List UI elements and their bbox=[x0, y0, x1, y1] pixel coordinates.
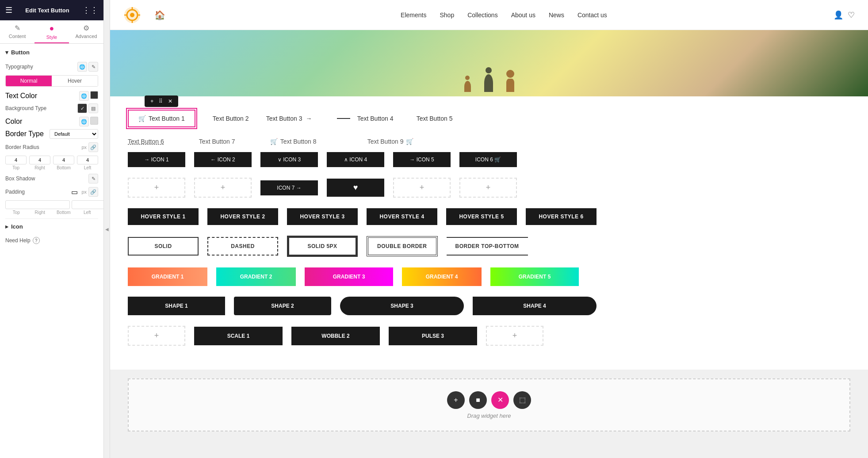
text-color-global-icon[interactable]: 🌐 bbox=[79, 91, 89, 101]
padding-right-input[interactable] bbox=[72, 200, 103, 209]
nav-elements[interactable]: Elements bbox=[401, 11, 426, 19]
svg-point-2 bbox=[130, 13, 134, 17]
icon-btn-4[interactable]: ∧ ICON 4 bbox=[327, 152, 384, 167]
bg-type-list-icon[interactable]: ▤ bbox=[88, 103, 98, 113]
tab-style[interactable]: ● Style bbox=[34, 20, 69, 43]
content-tab-icon: ✎ bbox=[15, 24, 20, 32]
shape-4-btn[interactable]: SHAPE 4 bbox=[473, 297, 597, 315]
user-icon[interactable]: 👤 bbox=[834, 10, 843, 20]
border-radius-top-label: Top bbox=[12, 165, 19, 170]
normal-hover-toggle: Normal Hover bbox=[5, 75, 98, 87]
drag-square-icon[interactable]: ■ bbox=[469, 391, 487, 409]
icon-btn-6[interactable]: ICON 6 🛒 bbox=[459, 152, 517, 167]
icon-btn-plus-2[interactable]: + bbox=[194, 178, 252, 198]
text-color-swatch[interactable] bbox=[90, 91, 98, 99]
drag-add-icon[interactable]: + bbox=[447, 391, 465, 409]
icon-btn-2[interactable]: ← ICON 2 bbox=[194, 152, 252, 167]
icon-btn-7[interactable]: ICON 7 → bbox=[260, 180, 318, 195]
typography-edit-icon[interactable]: ✎ bbox=[88, 62, 98, 72]
gradient-2-btn[interactable]: GRADIENT 2 bbox=[216, 267, 296, 286]
nav-contact[interactable]: Contact us bbox=[577, 11, 607, 19]
home-nav-icon[interactable]: 🏠 bbox=[154, 10, 165, 20]
hover-style-5[interactable]: HOVER STYLE 5 bbox=[446, 208, 517, 225]
need-help-row[interactable]: Need Help ? bbox=[5, 237, 98, 244]
color-swatch[interactable] bbox=[90, 117, 98, 125]
icon-section-header[interactable]: ▸ Icon bbox=[5, 223, 98, 230]
heart-icon[interactable]: ♡ bbox=[848, 10, 855, 20]
icon-btn-3[interactable]: ∨ ICON 3 bbox=[260, 152, 318, 167]
nav-news[interactable]: News bbox=[549, 11, 564, 19]
anim-plus-1[interactable]: + bbox=[128, 326, 185, 346]
text-button-5[interactable]: Text Button 5 bbox=[417, 115, 453, 122]
widget-move-btn[interactable]: ⠿ bbox=[157, 97, 165, 105]
text-button-9[interactable]: Text Button 9 🛒 bbox=[367, 138, 414, 145]
hover-style-6[interactable]: HOVER STYLE 6 bbox=[526, 208, 597, 225]
text-button-4[interactable]: Text Button 4 bbox=[337, 115, 408, 122]
hover-toggle-btn[interactable]: Hover bbox=[52, 76, 98, 86]
shape-1-btn[interactable]: SHAPE 1 bbox=[128, 297, 225, 315]
icon-btn-plus-1[interactable]: + bbox=[128, 178, 185, 198]
icon-btn-5[interactable]: → ICON 5 bbox=[393, 152, 451, 167]
anim-plus-2[interactable]: + bbox=[486, 326, 543, 346]
padding-right-label: Right bbox=[29, 210, 51, 215]
hover-style-2[interactable]: HOVER STYLE 2 bbox=[207, 208, 278, 225]
shape-3-btn[interactable]: SHAPE 3 bbox=[340, 297, 464, 315]
border-type-label: Border Type bbox=[5, 130, 44, 138]
hover-style-3[interactable]: HOVER STYLE 3 bbox=[287, 208, 358, 225]
icon-btn-plus-4[interactable]: + bbox=[459, 178, 517, 198]
text-button-1[interactable]: 🛒 Text Button 1 bbox=[128, 110, 195, 127]
gradient-5-btn[interactable]: GRADIENT 5 bbox=[490, 267, 579, 286]
icon-btn-heart[interactable]: ♥ bbox=[327, 179, 384, 197]
border-topbottom-btn[interactable]: BORDER TOP-BOTTOM bbox=[447, 237, 528, 256]
panel-collapse-handle[interactable]: ◀ bbox=[104, 0, 110, 458]
border-radius-left-input[interactable] bbox=[77, 156, 98, 164]
tab-content[interactable]: ✎ Content bbox=[0, 20, 34, 43]
drag-copy-icon[interactable]: ⬚ bbox=[513, 391, 531, 409]
typography-global-icon[interactable]: 🌐 bbox=[77, 62, 87, 72]
nav-about[interactable]: About us bbox=[511, 11, 535, 19]
drag-close-icon[interactable]: ✕ bbox=[491, 391, 509, 409]
icon-btn-1[interactable]: → ICON 1 bbox=[128, 152, 185, 167]
hover-style-1[interactable]: HOVER STYLE 1 bbox=[128, 208, 199, 225]
normal-toggle-btn[interactable]: Normal bbox=[6, 76, 52, 86]
hamburger-icon[interactable]: ☰ bbox=[5, 5, 12, 15]
nav-logo[interactable] bbox=[123, 6, 141, 24]
text-button-7[interactable]: Text Button 7 bbox=[173, 138, 261, 145]
border-radius-bottom-input[interactable] bbox=[53, 156, 74, 164]
text-button-8[interactable]: 🛒 Text Button 8 bbox=[270, 138, 359, 145]
wobble-2-btn[interactable]: WOBBLE 2 bbox=[291, 327, 380, 345]
text-button-3[interactable]: Text Button 3 → bbox=[266, 115, 328, 122]
text-button-6[interactable]: Text Button 6 bbox=[128, 138, 164, 145]
border-type-select[interactable]: Default Solid Dashed bbox=[50, 129, 98, 139]
box-shadow-row: Box Shadow ✎ bbox=[5, 174, 98, 183]
gradient-4-btn[interactable]: GRADIENT 4 bbox=[402, 267, 482, 286]
border-dashed-btn[interactable]: DASHED bbox=[207, 237, 278, 256]
shape-2-btn[interactable]: SHAPE 2 bbox=[234, 297, 331, 315]
icon-btn-plus-3[interactable]: + bbox=[393, 178, 451, 198]
gradient-3-btn[interactable]: GRADIENT 3 bbox=[305, 267, 393, 286]
border-solid5-btn[interactable]: SOLID 5PX bbox=[287, 236, 358, 257]
need-help-label: Need Help bbox=[5, 237, 31, 244]
scale-1-btn[interactable]: SCALE 1 bbox=[194, 327, 283, 345]
tab-advanced[interactable]: ⚙ Advanced bbox=[69, 20, 103, 43]
padding-link-icon[interactable]: 🔗 bbox=[88, 187, 98, 197]
border-solid-btn[interactable]: SOLID bbox=[128, 237, 199, 256]
nav-collections[interactable]: Collections bbox=[467, 11, 497, 19]
color-global-icon[interactable]: 🌐 bbox=[79, 117, 89, 126]
hover-style-4[interactable]: HOVER STYLE 4 bbox=[367, 208, 437, 225]
gradient-1-btn[interactable]: GRADIENT 1 bbox=[128, 267, 207, 286]
border-radius-right-input[interactable] bbox=[29, 156, 50, 164]
bg-type-check-icon[interactable]: ✓ bbox=[77, 103, 87, 113]
drag-widget-area: + ■ ✕ ⬚ Drag widget here bbox=[128, 378, 850, 431]
border-radius-top-input[interactable] bbox=[5, 156, 27, 164]
widget-add-btn[interactable]: + bbox=[148, 97, 156, 105]
box-shadow-edit-icon[interactable]: ✎ bbox=[88, 174, 98, 183]
widget-close-btn[interactable]: ✕ bbox=[166, 97, 175, 105]
nav-shop[interactable]: Shop bbox=[440, 11, 454, 19]
border-radius-link-icon[interactable]: 🔗 bbox=[88, 142, 98, 152]
text-button-2[interactable]: Text Button 2 bbox=[204, 115, 257, 122]
border-double-btn[interactable]: DOUBLE BORDER bbox=[367, 236, 438, 256]
padding-top-input[interactable] bbox=[5, 200, 70, 209]
grid-icon[interactable]: ⋮⋮ bbox=[82, 5, 98, 15]
pulse-3-btn[interactable]: PULSE 3 bbox=[389, 327, 477, 345]
